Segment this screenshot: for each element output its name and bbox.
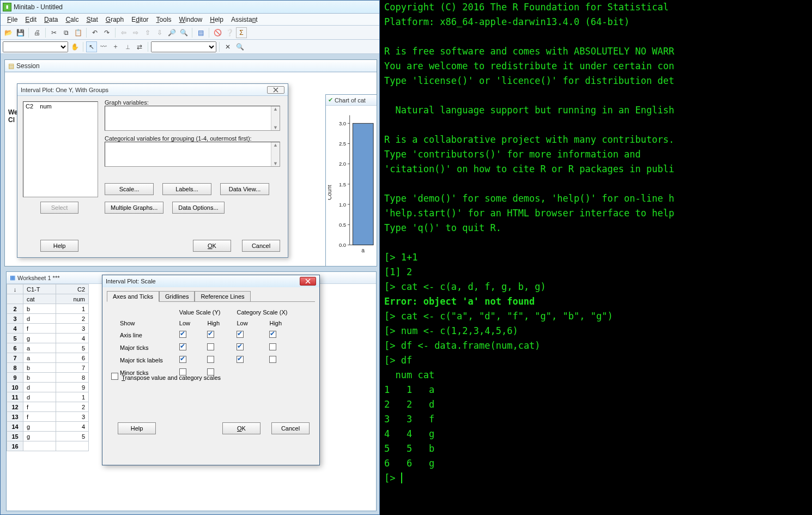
multiple-graphs-button[interactable]: Multiple Graphs... bbox=[105, 202, 163, 214]
table-row[interactable]: 4f3 bbox=[7, 324, 89, 334]
table-row[interactable]: 7a6 bbox=[7, 353, 89, 363]
data-options-button[interactable]: Data Options... bbox=[172, 202, 224, 214]
table-row[interactable]: 14g4 bbox=[7, 422, 89, 432]
variable-list[interactable]: C2 num bbox=[23, 101, 98, 197]
table-row[interactable]: 12f2 bbox=[7, 402, 89, 412]
redo-icon[interactable]: ↷ bbox=[101, 27, 112, 38]
table-row[interactable]: 16 bbox=[7, 441, 89, 451]
scroll-up-icon[interactable]: ▲ bbox=[273, 142, 278, 148]
menu-assistant[interactable]: Assistant bbox=[228, 15, 261, 25]
table-row[interactable]: 11d1 bbox=[7, 392, 89, 402]
crosshair-icon[interactable]: ＋ bbox=[110, 41, 121, 52]
col-header-c1[interactable]: C1-T bbox=[23, 284, 56, 294]
zoom-icon[interactable]: 🔍 bbox=[234, 41, 245, 52]
menu-graph[interactable]: Graph bbox=[102, 15, 127, 25]
menu-edit[interactable]: Edit bbox=[22, 15, 40, 25]
dataview-button[interactable]: Data View... bbox=[220, 183, 269, 195]
nav-prev-icon[interactable]: ⇦ bbox=[118, 27, 129, 38]
worksheet-table[interactable]: ↓ C1-T C2 cat num 2b13d24f35g46a57a68b79… bbox=[7, 284, 89, 451]
table-row[interactable]: 15g5 bbox=[7, 432, 89, 441]
tab-reference-lines[interactable]: Reference Lines bbox=[195, 291, 250, 302]
menu-data[interactable]: Data bbox=[41, 15, 61, 25]
checkbox[interactable] bbox=[179, 331, 186, 338]
tool-icon-b[interactable]: ⇄ bbox=[134, 41, 145, 52]
checkbox[interactable] bbox=[237, 343, 244, 350]
table-row[interactable]: 2b1 bbox=[7, 304, 89, 314]
menu-editor[interactable]: Editor bbox=[128, 15, 152, 25]
scale-button[interactable]: Scale... bbox=[105, 183, 154, 195]
checkbox[interactable] bbox=[269, 356, 276, 363]
help-icon[interactable]: ❔ bbox=[224, 27, 235, 38]
table-row[interactable]: 10d9 bbox=[7, 383, 89, 392]
sigma-icon[interactable]: Σ bbox=[236, 27, 247, 38]
tab-gridlines[interactable]: Gridlines bbox=[159, 291, 195, 302]
brush-icon[interactable]: 〰 bbox=[98, 41, 109, 52]
scale-ok-button[interactable]: OK bbox=[222, 422, 260, 434]
cancel-icon[interactable]: 🚫 bbox=[212, 27, 223, 38]
menu-tools[interactable]: Tools bbox=[153, 15, 175, 25]
dialog-close-button[interactable] bbox=[267, 86, 284, 94]
scale-cancel-button[interactable]: Cancel bbox=[271, 422, 310, 434]
checkbox[interactable] bbox=[269, 343, 276, 350]
undo-icon[interactable]: ↶ bbox=[89, 27, 100, 38]
menu-calc[interactable]: Calc bbox=[62, 15, 82, 25]
scroll-down-icon[interactable]: ▼ bbox=[273, 125, 278, 130]
scale-help-button[interactable]: Help bbox=[118, 422, 156, 434]
menu-stat[interactable]: Stat bbox=[83, 15, 101, 25]
checkbox[interactable] bbox=[207, 331, 214, 338]
interval-plot-dialog[interactable]: Interval Plot: One Y, With Groups C2 num… bbox=[17, 83, 288, 258]
checkbox[interactable] bbox=[207, 356, 214, 363]
nav-next-icon[interactable]: ⇨ bbox=[130, 27, 141, 38]
table-row[interactable]: 6a5 bbox=[7, 343, 89, 353]
menu-help[interactable]: Help bbox=[207, 15, 227, 25]
rowhead-arrow[interactable]: ↓ bbox=[7, 284, 23, 294]
select-button[interactable]: Select bbox=[40, 202, 78, 214]
session-icon[interactable]: ▤ bbox=[195, 27, 206, 38]
nav-up-icon[interactable]: ⇧ bbox=[142, 27, 153, 38]
checkbox[interactable] bbox=[269, 331, 276, 338]
tool-icon-a[interactable]: ⟂ bbox=[122, 41, 133, 52]
menu-window[interactable]: Window bbox=[176, 15, 206, 25]
print-icon[interactable]: 🖨 bbox=[32, 27, 43, 38]
open-icon[interactable]: 📂 bbox=[3, 27, 14, 38]
find-icon[interactable]: 🔎 bbox=[166, 27, 177, 38]
selector-1[interactable] bbox=[3, 41, 68, 52]
find-next-icon[interactable]: 🔍 bbox=[178, 27, 189, 38]
help-button[interactable]: Help bbox=[40, 240, 78, 252]
save-icon[interactable]: 💾 bbox=[15, 27, 26, 38]
graph-vars-field[interactable]: ▲ ▼ bbox=[105, 106, 280, 131]
menu-file[interactable]: File bbox=[4, 15, 21, 25]
hand-icon[interactable]: ✋ bbox=[69, 41, 80, 52]
checkbox[interactable] bbox=[207, 343, 214, 350]
table-row[interactable]: 9b8 bbox=[7, 373, 89, 383]
scroll-down-icon[interactable]: ▼ bbox=[273, 161, 278, 166]
scroll-up-icon[interactable]: ▲ bbox=[273, 106, 278, 112]
copy-icon[interactable]: ⧉ bbox=[60, 27, 71, 38]
r-terminal[interactable]: Copyright (C) 2016 The R Foundation for … bbox=[380, 0, 812, 515]
checkbox[interactable] bbox=[179, 343, 186, 350]
nav-down-icon[interactable]: ⇩ bbox=[154, 27, 165, 38]
cut-icon[interactable]: ✂ bbox=[49, 27, 59, 38]
cancel-button[interactable]: Cancel bbox=[242, 240, 280, 252]
pointer-icon[interactable]: ↖ bbox=[86, 41, 97, 52]
paste-icon[interactable]: 📋 bbox=[72, 27, 83, 38]
chart-window[interactable]: ✔ Chart of cat 0.00.51.01.52.02.53.0 Cou… bbox=[325, 94, 377, 266]
checkbox[interactable] bbox=[237, 331, 244, 338]
table-row[interactable]: 13f3 bbox=[7, 412, 89, 422]
table-row[interactable]: 3d2 bbox=[7, 314, 89, 324]
col-header-c2[interactable]: C2 bbox=[56, 284, 89, 294]
checkbox[interactable] bbox=[179, 356, 186, 363]
selector-2[interactable] bbox=[151, 41, 216, 52]
checkbox[interactable] bbox=[237, 356, 244, 363]
col-name-cat[interactable]: cat bbox=[23, 294, 56, 304]
labels-button[interactable]: Labels... bbox=[162, 183, 211, 195]
tab-axes-ticks[interactable]: Axes and Ticks bbox=[107, 291, 159, 302]
close-button[interactable] bbox=[300, 277, 316, 286]
transpose-checkbox[interactable] bbox=[111, 373, 118, 380]
scale-dialog[interactable]: Interval Plot: Scale Axes and Ticks Grid… bbox=[102, 275, 320, 465]
close-mini-icon[interactable]: ✕ bbox=[222, 41, 233, 52]
minitab-titlebar[interactable]: ▮ Minitab - Untitled bbox=[1, 1, 379, 14]
table-row[interactable]: 8b7 bbox=[7, 363, 89, 373]
cat-vars-field[interactable]: ▲ ▼ bbox=[105, 142, 280, 167]
table-row[interactable]: 5g4 bbox=[7, 334, 89, 343]
